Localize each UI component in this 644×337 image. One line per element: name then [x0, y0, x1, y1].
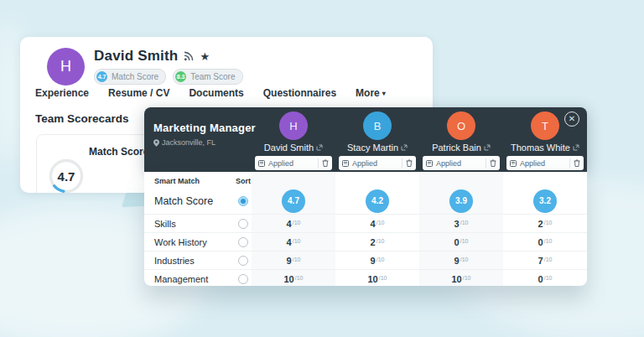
tab-resume-cv[interactable]: Resume / CV	[108, 87, 169, 99]
score-denominator: /10	[377, 220, 385, 226]
row-label: Management	[144, 274, 235, 284]
score-denominator: /10	[544, 257, 553, 262]
sort-radio-skills[interactable]	[238, 219, 248, 229]
status-dropdown[interactable]: Applied	[339, 156, 416, 170]
card-icon	[510, 160, 517, 167]
table-row-industries: Industries 9/10 9/10 9/10 7/10	[144, 251, 587, 269]
score-denominator: /10	[377, 257, 385, 262]
status-label: Applied	[436, 159, 486, 168]
row-label: Skills	[144, 219, 235, 229]
gauge-score-value: 4.7	[48, 158, 85, 193]
score-value: 4	[287, 219, 292, 229]
status-label: Applied	[520, 159, 569, 168]
trash-icon[interactable]	[406, 159, 413, 167]
row-label: Industries	[144, 256, 235, 266]
score-denominator: /10	[295, 275, 304, 281]
table-row-skills: Skills 4/10 4/10 3/10 2/10	[144, 214, 587, 232]
tab-more-label: More	[356, 87, 380, 99]
divider	[318, 158, 319, 168]
score-denominator: /10	[293, 257, 301, 262]
avatar: H	[279, 111, 308, 140]
sort-radio-work-history[interactable]	[238, 237, 248, 247]
card-icon	[342, 160, 349, 167]
external-link-icon[interactable]	[401, 144, 408, 151]
close-icon[interactable]: ✕	[564, 111, 579, 127]
score-denominator: /10	[460, 220, 469, 226]
tab-documents[interactable]: Documents	[189, 87, 243, 99]
external-link-icon[interactable]	[316, 144, 323, 151]
candidate-column-patrick: O Patrick Bain Applied	[419, 107, 503, 172]
favorite-star-icon[interactable]: ★	[200, 51, 210, 62]
external-link-icon[interactable]	[484, 144, 491, 151]
status-dropdown[interactable]: Applied	[423, 156, 500, 170]
candidate-name: Thomas White	[511, 143, 570, 153]
score-value: 10	[284, 274, 294, 284]
trash-icon[interactable]	[322, 159, 329, 167]
sort-radio-match-score[interactable]	[238, 196, 248, 206]
tab-experience[interactable]: Experience	[35, 87, 89, 99]
match-score-badge: 4.7 Match Score	[94, 69, 166, 85]
status-dropdown[interactable]: Applied	[255, 156, 332, 170]
score-denominator: /10	[544, 275, 553, 281]
score-value: 2	[538, 219, 543, 229]
sort-radio-industries[interactable]	[238, 256, 248, 266]
score-value: 4	[287, 237, 292, 247]
divider	[402, 158, 402, 168]
external-link-icon[interactable]	[573, 144, 579, 151]
candidate-name: Stacy Martin	[347, 143, 398, 153]
location-pin-icon	[153, 139, 159, 147]
trash-icon[interactable]	[574, 159, 580, 167]
tab-questionnaires[interactable]: Questionnaires	[263, 87, 336, 99]
score-value: 10	[452, 274, 462, 284]
compare-panel-header: Marketing Manager Jacksonville, FL H Dav…	[144, 107, 587, 172]
status-label: Applied	[352, 159, 402, 168]
row-label: Match Score	[144, 195, 235, 207]
job-title: Marketing Manager	[153, 122, 256, 134]
status-label: Applied	[268, 159, 318, 168]
score-gauge: 4.7	[48, 158, 85, 193]
card-icon	[426, 160, 433, 167]
score-denominator: /10	[293, 238, 301, 244]
score-denominator: /10	[460, 257, 469, 262]
row-label: Work History	[144, 237, 235, 247]
avatar: B	[363, 111, 392, 140]
score-denominator: /10	[293, 220, 301, 226]
card-icon	[258, 160, 265, 167]
match-score-label: Match Score	[112, 72, 158, 81]
match-score-circle: 4.2	[366, 189, 389, 213]
table-header-row: Smart Match Sort	[144, 172, 587, 188]
candidate-column-stacy: B Stacy Martin Applied	[335, 107, 419, 172]
smart-match-header: Smart Match	[144, 177, 235, 185]
divider	[486, 158, 486, 168]
candidate-name: David Smith	[94, 48, 178, 65]
sort-header: Sort	[235, 177, 252, 185]
score-value: 9	[371, 256, 376, 266]
trash-icon[interactable]	[490, 159, 496, 167]
table-row-work-history: Work History 4/10 2/10 0/10 0/10	[144, 232, 587, 251]
score-denominator: /10	[379, 275, 387, 281]
score-denominator: /10	[460, 238, 469, 244]
match-score-circle: 3.2	[533, 189, 557, 213]
score-badges: 4.7 Match Score 8.3 Team Score	[94, 69, 243, 85]
score-value: 0	[538, 274, 543, 284]
rss-feed-icon[interactable]	[184, 51, 194, 61]
sort-radio-management[interactable]	[238, 274, 248, 284]
match-score-circle: 3.9	[449, 189, 473, 213]
score-value: 7	[538, 256, 543, 266]
match-score-value: 4.7	[96, 71, 107, 82]
score-value: 4	[371, 219, 376, 229]
score-value: 2	[371, 237, 376, 247]
team-scorecards-title: Team Scorecards	[35, 112, 129, 125]
table-row-management: Management 10/10 10/10 10/10 0/10	[144, 269, 587, 286]
job-location: Jacksonville, FL	[162, 138, 216, 147]
candidate-column-david: H David Smith Applied	[252, 107, 335, 172]
tab-more[interactable]: More ▾	[356, 87, 386, 99]
team-score-label: Team Score	[190, 72, 235, 81]
team-score-value: 8.3	[175, 71, 186, 82]
gauge-label: Match Score	[89, 146, 148, 158]
page: H David Smith ★ 4.7 Match Score 8.3 Team…	[0, 0, 644, 337]
score-denominator: /10	[377, 238, 385, 244]
score-value: 0	[538, 237, 543, 247]
status-dropdown[interactable]: Applied	[506, 156, 584, 170]
match-score-circle: 4.7	[282, 189, 305, 213]
